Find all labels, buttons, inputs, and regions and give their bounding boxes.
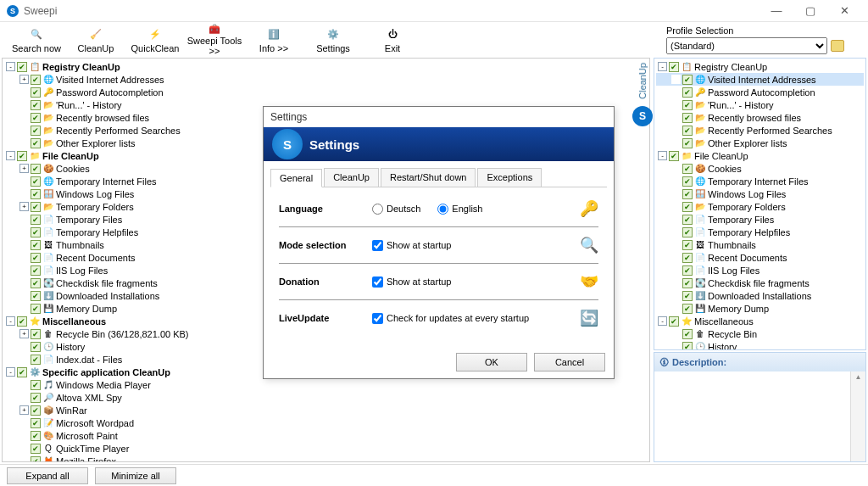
tree-checkbox[interactable]: ✔ bbox=[682, 291, 693, 301]
minimize-all-button[interactable]: Minimize all bbox=[95, 467, 176, 484]
lang-deutsch-radio[interactable]: Deutsch bbox=[372, 204, 420, 215]
tree-checkbox[interactable]: ✔ bbox=[31, 126, 41, 136]
tree-row[interactable]: +✔📦WinRar bbox=[4, 404, 648, 416]
mode-startup-checkbox[interactable]: Show at startup bbox=[372, 240, 451, 251]
tree-toggle[interactable]: + bbox=[19, 329, 29, 338]
tree-checkbox[interactable]: ✔ bbox=[31, 380, 41, 390]
tree-row[interactable]: ✔🎵Windows Media Player bbox=[4, 378, 648, 391]
tree-row[interactable]: ✔🖼Thumbnails bbox=[656, 238, 864, 251]
tree-checkbox[interactable]: ✔ bbox=[31, 265, 41, 276]
tree-row[interactable]: ✔💾Memory Dump bbox=[656, 302, 864, 315]
tree-row[interactable]: -✔⭐Miscellaneous bbox=[656, 315, 864, 327]
toolbar-exit[interactable]: ⏻Exit bbox=[363, 22, 422, 56]
tree-checkbox[interactable]: ✔ bbox=[31, 278, 41, 288]
tree-checkbox[interactable]: ✔ bbox=[31, 164, 41, 174]
tree-toggle[interactable]: - bbox=[658, 316, 667, 326]
description-scrollbar[interactable] bbox=[850, 371, 865, 461]
donation-startup-checkbox[interactable]: Show at startup bbox=[372, 277, 451, 288]
tree-row[interactable]: ✔🎨Microsoft Paint bbox=[4, 429, 648, 442]
tree-row[interactable]: ✔🦊Mozilla Firefox bbox=[4, 455, 648, 462]
tree-row[interactable]: ✔🔑Password Autocompletion bbox=[4, 86, 648, 98]
tree-checkbox[interactable]: ✔ bbox=[31, 87, 41, 98]
profile-tree[interactable]: -✔📋Registry CleanUp✔🌐Visited Internet Ad… bbox=[654, 58, 866, 350]
tree-checkbox[interactable]: ✔ bbox=[682, 113, 693, 123]
tree-checkbox[interactable]: ✔ bbox=[31, 113, 41, 123]
tree-checkbox[interactable]: ✔ bbox=[17, 151, 27, 161]
toolbar-info[interactable]: ℹ️Info >> bbox=[244, 22, 303, 56]
toolbar-settings[interactable]: ⚙️Settings bbox=[303, 22, 363, 56]
tree-checkbox[interactable]: ✔ bbox=[31, 176, 41, 187]
tree-row[interactable]: -✔📁File CleanUp bbox=[656, 149, 864, 162]
tree-checkbox[interactable]: ✔ bbox=[682, 304, 693, 314]
tree-toggle[interactable]: + bbox=[19, 164, 29, 173]
tree-checkbox[interactable]: ✔ bbox=[31, 253, 41, 263]
tree-checkbox[interactable]: ✔ bbox=[31, 431, 41, 441]
dialog-tab-cleanup[interactable]: CleanUp bbox=[324, 168, 379, 187]
profile-select[interactable]: (Standard) bbox=[666, 37, 827, 54]
tree-row[interactable]: ✔📂Recently browsed files bbox=[656, 111, 864, 124]
tree-checkbox[interactable]: ✔ bbox=[31, 215, 41, 225]
window-minimize-button[interactable]: — bbox=[760, 3, 793, 20]
tree-checkbox[interactable]: ✔ bbox=[31, 355, 41, 365]
tree-checkbox[interactable]: ✔ bbox=[682, 227, 693, 237]
tree-row[interactable]: ✔📄IIS Log Files bbox=[656, 264, 864, 277]
tree-row[interactable]: ✔📄Temporary Files bbox=[656, 213, 864, 226]
tree-row[interactable]: ✔🍪Cookies bbox=[656, 162, 864, 175]
tree-checkbox[interactable]: ✔ bbox=[31, 189, 41, 199]
tree-row[interactable]: -✔📋Registry CleanUp bbox=[4, 60, 648, 73]
tree-toggle[interactable]: - bbox=[6, 62, 15, 71]
dialog-tab-general[interactable]: General bbox=[270, 169, 322, 187]
tree-checkbox[interactable]: ✔ bbox=[682, 329, 693, 339]
tree-toggle[interactable]: - bbox=[6, 151, 15, 160]
tree-row[interactable]: ✔📂'Run...' - History bbox=[656, 98, 864, 111]
toolbar-quickclean[interactable]: ⚡QuickClean bbox=[125, 22, 185, 56]
tree-checkbox[interactable]: ✔ bbox=[31, 202, 41, 212]
toolbar-sweepi-tools[interactable]: 🧰Sweepi Tools >> bbox=[185, 22, 244, 56]
tree-toggle[interactable]: - bbox=[6, 316, 15, 326]
tree-row[interactable]: ✔📂Other Explorer lists bbox=[656, 137, 864, 149]
tree-checkbox[interactable]: ✔ bbox=[682, 87, 693, 98]
tree-checkbox[interactable]: ✔ bbox=[682, 215, 693, 225]
tree-row[interactable]: ✔🪟Windows Log Files bbox=[656, 187, 864, 200]
tree-checkbox[interactable]: ✔ bbox=[682, 126, 693, 136]
folder-icon[interactable] bbox=[831, 40, 844, 52]
tree-checkbox[interactable]: ✔ bbox=[682, 278, 693, 288]
tree-checkbox[interactable]: ✔ bbox=[682, 253, 693, 263]
dialog-ok-button[interactable]: OK bbox=[456, 353, 527, 371]
dialog-tab-restart-shut-down[interactable]: Restart/Shut down bbox=[381, 168, 476, 187]
tree-checkbox[interactable]: ✔ bbox=[31, 329, 41, 339]
tree-checkbox[interactable]: ✔ bbox=[682, 100, 693, 110]
toolbar-search-now[interactable]: 🔍Search now bbox=[7, 22, 66, 56]
tree-toggle[interactable]: - bbox=[658, 62, 667, 71]
tree-toggle[interactable]: + bbox=[19, 75, 29, 84]
tree-checkbox[interactable]: ✔ bbox=[31, 100, 41, 110]
tree-checkbox[interactable]: ✔ bbox=[31, 444, 41, 454]
tree-toggle[interactable]: + bbox=[19, 405, 29, 415]
tree-row[interactable]: ✔🌐Visited Internet Addresses bbox=[656, 73, 864, 86]
tree-checkbox[interactable]: ✔ bbox=[31, 304, 41, 314]
cleanup-side-tab[interactable]: CleanUp S bbox=[632, 59, 653, 126]
tree-checkbox[interactable]: ✔ bbox=[31, 240, 41, 250]
tree-checkbox[interactable]: ✔ bbox=[31, 75, 41, 85]
tree-toggle[interactable]: - bbox=[658, 151, 667, 160]
dialog-cancel-button[interactable]: Cancel bbox=[534, 353, 605, 371]
tree-checkbox[interactable]: ✔ bbox=[682, 202, 693, 212]
tree-row[interactable]: ✔📄Recent Documents bbox=[656, 251, 864, 264]
tree-checkbox[interactable]: ✔ bbox=[682, 189, 693, 199]
tree-checkbox[interactable]: ✔ bbox=[17, 62, 27, 72]
tree-checkbox[interactable]: ✔ bbox=[31, 342, 41, 352]
tree-row[interactable]: ✔💽Checkdisk file fragments bbox=[656, 277, 864, 289]
tree-checkbox[interactable]: ✔ bbox=[669, 151, 679, 161]
tree-row[interactable]: ✔📝Microsoft Wordpad bbox=[4, 416, 648, 429]
window-maximize-button[interactable]: ▢ bbox=[793, 3, 827, 20]
tree-checkbox[interactable]: ✔ bbox=[17, 316, 27, 327]
tree-row[interactable]: ✔🌐Temporary Internet Files bbox=[656, 175, 864, 187]
tree-checkbox[interactable]: ✔ bbox=[682, 75, 693, 85]
tree-row[interactable]: ✔🔑Password Autocompletion bbox=[656, 86, 864, 98]
tree-row[interactable]: ✔🗑Recycle Bin bbox=[656, 327, 864, 340]
tree-checkbox[interactable]: ✔ bbox=[682, 342, 693, 351]
liveupdate-checkbox[interactable]: Check for updates at every startup bbox=[372, 313, 529, 324]
tree-checkbox[interactable]: ✔ bbox=[31, 418, 41, 428]
expand-all-button[interactable]: Expand all bbox=[7, 467, 88, 484]
tree-checkbox[interactable]: ✔ bbox=[682, 138, 693, 148]
